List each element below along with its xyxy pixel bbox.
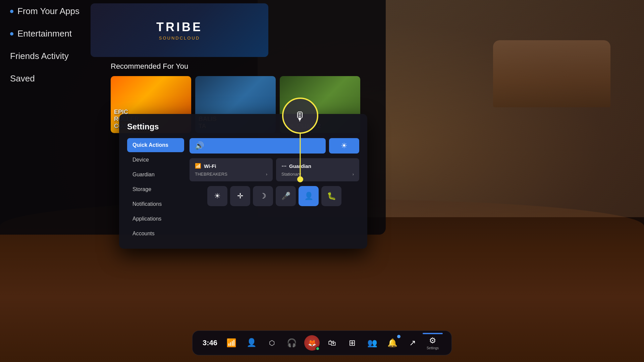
settings-icon: ⚙	[429, 336, 436, 345]
taskbar-social-btn[interactable]: 👤	[243, 334, 260, 352]
taskbar-wifi-icon: 📶	[223, 334, 240, 352]
meta-icon: ⬡	[269, 339, 275, 347]
volume-control[interactable]: 🔊	[190, 138, 326, 154]
guardian-mode-text: Stationary	[281, 172, 301, 177]
sidebar-dot-2	[10, 32, 13, 36]
recommended-title: Recommended For You	[111, 62, 379, 71]
qa-btn-profile[interactable]: 👤	[299, 186, 319, 206]
qa-debug-icon: 🐛	[327, 192, 336, 200]
qa-btn-brightness[interactable]: ☀	[207, 186, 227, 206]
avatar: 🦊	[304, 335, 320, 351]
quick-actions-row: ☀ ✛ ☽ 🎤 👤 🐛	[190, 186, 359, 206]
settings-nav-quick-actions[interactable]: Quick Actions	[127, 138, 184, 152]
settings-nav-guardian[interactable]: Guardian	[127, 168, 184, 182]
qa-mic-icon: 🎤	[281, 192, 290, 200]
qa-brightness-icon: ☀	[214, 192, 221, 200]
audio-icon: 🎧	[287, 338, 297, 348]
guardian-mode: Stationary ›	[281, 172, 354, 177]
settings-nav-applications[interactable]: Applications	[127, 212, 184, 226]
settings-layout: Quick Actions Device Guardian Storage No…	[127, 138, 359, 241]
qa-btn-move[interactable]: ✛	[230, 186, 250, 206]
wifi-icon: 📶	[195, 163, 201, 169]
settings-nav-accounts[interactable]: Accounts	[127, 227, 184, 241]
taskbar-store-btn[interactable]: 🛍	[323, 334, 341, 352]
tribe-logo: TRIBE	[156, 20, 203, 34]
social-icon: 👤	[247, 338, 257, 347]
apps-icon: ⊞	[349, 338, 356, 348]
brightness-control[interactable]: ☀	[329, 138, 359, 154]
network-row: 📶 Wi-Fi THEBREAKERS › ⋯ Guardian Station…	[190, 158, 359, 181]
wifi-symbol: 📶	[226, 338, 236, 348]
store-icon: 🛍	[328, 338, 336, 348]
share-icon: ↗	[409, 338, 416, 348]
sidebar-label-1: Entertainment	[17, 28, 72, 39]
taskbar-settings-btn[interactable]: ⚙ Settings	[424, 334, 441, 352]
settings-panel: Settings Quick Actions Device Guardian S…	[119, 114, 367, 249]
brightness-icon: ☀	[341, 141, 347, 150]
avatar-online-dot	[316, 347, 320, 351]
wifi-ssid: THEBREAKERS	[195, 172, 227, 177]
taskbar-notifications-btn[interactable]: 🔔	[384, 334, 401, 352]
taskbar-time: 3:46	[203, 339, 217, 347]
settings-nav-storage[interactable]: Storage	[127, 182, 184, 196]
guardian-icon: ⋯	[281, 163, 286, 169]
qa-move-icon: ✛	[237, 192, 243, 200]
wifi-network-name: THEBREAKERS ›	[195, 172, 267, 177]
taskbar-apps-btn[interactable]: ⊞	[343, 334, 361, 352]
guardian-card[interactable]: ⋯ Guardian Stationary ›	[276, 158, 359, 181]
guardian-label: Guardian	[289, 163, 311, 169]
wifi-card-header: 📶 Wi-Fi	[195, 163, 267, 169]
taskbar: 3:46 📶 👤 ⬡ 🎧 🦊 🛍 ⊞ 👥 🔔 ↗	[192, 330, 452, 355]
notification-badge	[397, 335, 400, 338]
guardian-card-header: ⋯ Guardian	[281, 163, 354, 169]
qa-profile-icon: 👤	[304, 192, 313, 200]
sidebar-label-0: From Your Apps	[17, 6, 79, 16]
settings-nav-device[interactable]: Device	[127, 153, 184, 167]
background-sofa	[493, 40, 610, 107]
sidebar-item-saved[interactable]: Saved	[10, 67, 107, 90]
tribe-app-card[interactable]: TRIBE SOUNDCLOUD	[91, 3, 268, 57]
sidebar-label-2: Friends Activity	[10, 51, 69, 61]
taskbar-friends-btn[interactable]: 👥	[364, 334, 381, 352]
taskbar-meta-btn[interactable]: ⬡	[263, 334, 280, 352]
settings-taskbar-label: Settings	[427, 346, 439, 350]
qa-btn-night[interactable]: ☽	[253, 186, 273, 206]
quick-controls-top: 🔊 ☀	[190, 138, 359, 154]
notifications-icon: 🔔	[387, 338, 397, 348]
settings-title: Settings	[127, 122, 359, 131]
friends-icon: 👥	[367, 338, 377, 348]
settings-nav: Quick Actions Device Guardian Storage No…	[127, 138, 184, 241]
sidebar-label-3: Saved	[10, 73, 35, 84]
guardian-chevron: ›	[353, 172, 354, 177]
sidebar-dot-1	[10, 10, 13, 13]
tribe-sublabel: SOUNDCLOUD	[156, 36, 203, 41]
qa-btn-mic[interactable]: 🎤	[276, 186, 296, 206]
volume-icon: 🔊	[195, 141, 204, 150]
taskbar-share-btn[interactable]: ↗	[404, 334, 421, 352]
taskbar-avatar-btn[interactable]: 🦊	[303, 334, 321, 352]
qa-night-icon: ☽	[260, 192, 266, 200]
wifi-label: Wi-Fi	[204, 163, 216, 169]
taskbar-audio-btn[interactable]: 🎧	[283, 334, 301, 352]
settings-nav-notifications[interactable]: Notifications	[127, 197, 184, 211]
wifi-chevron: ›	[266, 172, 267, 177]
settings-content: 🔊 ☀ 📶 Wi-Fi THEBREAKERS ›	[190, 138, 359, 241]
qa-btn-debug[interactable]: 🐛	[321, 186, 341, 206]
settings-active-indicator	[423, 333, 443, 334]
wifi-card[interactable]: 📶 Wi-Fi THEBREAKERS ›	[190, 158, 273, 181]
